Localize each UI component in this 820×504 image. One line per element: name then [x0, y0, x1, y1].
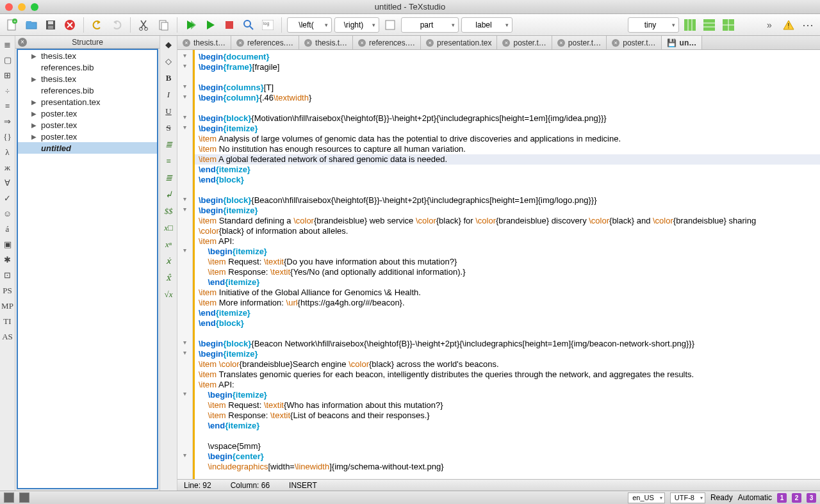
tree-item[interactable]: ▶references.bib: [18, 85, 157, 96]
close-tab-icon[interactable]: ×: [612, 39, 619, 47]
fold-marker[interactable]: [177, 134, 192, 144]
format-icon[interactable]: $$: [165, 206, 173, 216]
view-button[interactable]: [240, 17, 257, 33]
editor-tab[interactable]: ×presentation.tex: [421, 36, 497, 49]
language-combo[interactable]: en_US: [628, 492, 665, 503]
fold-marker[interactable]: [177, 318, 192, 329]
fold-marker[interactable]: ▾: [177, 349, 192, 359]
fold-marker[interactable]: [177, 144, 192, 154]
fold-marker[interactable]: [177, 226, 192, 236]
fold-marker[interactable]: ▾: [177, 62, 192, 72]
fold-marker[interactable]: [177, 288, 192, 298]
code-line[interactable]: \begin{block}{Beacon Network\hfill\raise…: [199, 339, 820, 349]
badge-2[interactable]: 2: [792, 493, 801, 503]
code-line[interactable]: \item Response: \textit{Yes/No (and opti…: [199, 267, 820, 277]
tree-item[interactable]: ▶poster.tex: [18, 119, 157, 131]
undo-button[interactable]: [89, 17, 106, 33]
close-panel-icon[interactable]: ×: [18, 38, 27, 47]
editor-tab-active[interactable]: 💾un…: [662, 36, 703, 49]
format-icon[interactable]: U: [165, 106, 171, 117]
code-line[interactable]: \begin{document}: [199, 52, 820, 62]
format-icon[interactable]: ẋ: [166, 256, 171, 266]
panel-icon[interactable]: ≣: [4, 40, 11, 50]
format-icon[interactable]: ≣: [165, 173, 172, 183]
tree-item[interactable]: ▶presentation.tex: [18, 96, 157, 108]
encoding-combo[interactable]: UTF-8: [670, 492, 705, 503]
fold-marker[interactable]: ▾: [177, 339, 192, 349]
code-line[interactable]: \includegraphics[width=\linewidth]{img/s…: [199, 462, 820, 472]
fold-marker[interactable]: [177, 154, 192, 165]
code-line[interactable]: \begin{itemize}: [199, 349, 820, 359]
editor-tab[interactable]: ×poster.t…: [552, 36, 607, 49]
fold-marker[interactable]: ▾: [177, 52, 192, 62]
editor-tab[interactable]: ×references.…: [353, 36, 421, 49]
fold-marker[interactable]: [177, 277, 192, 288]
build-button[interactable]: [183, 17, 199, 33]
code-line[interactable]: \item Request: \textit{Who has informati…: [199, 400, 820, 411]
fold-marker[interactable]: ▾: [177, 124, 192, 134]
code-line[interactable]: \begin{center}: [199, 451, 820, 462]
panel-icon[interactable]: AS: [2, 332, 13, 342]
close-tab-icon[interactable]: ×: [358, 39, 366, 47]
close-tab-icon[interactable]: ×: [236, 39, 244, 47]
panel-icon[interactable]: PS: [3, 286, 12, 296]
fold-marker[interactable]: [177, 298, 192, 308]
fold-marker[interactable]: [177, 257, 192, 267]
fold-marker[interactable]: [177, 175, 192, 185]
tree-item[interactable]: ▶poster.tex: [18, 108, 157, 119]
panel-icon[interactable]: ⊡: [4, 270, 11, 280]
save-button[interactable]: [42, 17, 59, 33]
code-line[interactable]: [199, 431, 820, 441]
editor-tab[interactable]: ×thesis.t…: [299, 36, 353, 49]
fold-marker[interactable]: [177, 72, 192, 83]
fold-marker[interactable]: [177, 103, 192, 113]
structure-tree[interactable]: ▶thesis.tex▶references.bib▶thesis.tex▶re…: [17, 49, 158, 489]
tree-item[interactable]: ▶untitled: [18, 142, 157, 154]
format-icon[interactable]: x̂: [166, 273, 170, 283]
redo-button[interactable]: [108, 17, 125, 33]
close-button[interactable]: [62, 17, 78, 33]
fold-marker[interactable]: ▾: [177, 93, 192, 103]
code-line[interactable]: \begin{itemize}: [199, 206, 820, 216]
code-line[interactable]: \begin{columns}[T]: [199, 83, 820, 93]
panel-icon[interactable]: ∀: [4, 178, 10, 188]
fold-marker[interactable]: ▾: [177, 451, 192, 462]
panel-icon[interactable]: ÷: [5, 86, 10, 96]
code-line[interactable]: \item Standard defining a \color{brandei…: [199, 216, 820, 226]
code-line[interactable]: \item Initiative of the Global Alliance …: [199, 288, 820, 298]
panel-icon[interactable]: ☺: [3, 209, 12, 219]
close-tab-icon[interactable]: ×: [304, 39, 312, 47]
code-line[interactable]: \end{itemize}: [199, 165, 820, 175]
panel-icon[interactable]: á: [6, 224, 10, 234]
panel-icon[interactable]: ж: [4, 163, 10, 173]
fold-marker[interactable]: [177, 329, 192, 339]
code-line[interactable]: \item Analysis of large volumes of genom…: [199, 134, 820, 144]
stop-button[interactable]: [221, 17, 238, 33]
code-line[interactable]: \end{itemize}: [199, 277, 820, 288]
code-line[interactable]: \item \color{brandeisblue}Search engine …: [199, 359, 820, 370]
code-line[interactable]: [199, 185, 820, 195]
format-icon[interactable]: √x: [165, 289, 173, 300]
panel-toggle-2[interactable]: [19, 492, 29, 503]
format-icon[interactable]: S: [166, 123, 170, 133]
left-delim-combo[interactable]: \left(: [287, 17, 332, 33]
code-editor[interactable]: \begin{document}\begin{frame}[fragile] \…: [193, 50, 820, 479]
format-icon[interactable]: ≡: [166, 156, 172, 167]
section-combo[interactable]: part: [401, 17, 459, 33]
fold-marker[interactable]: ▾: [177, 113, 192, 124]
panel-icon[interactable]: ▣: [4, 240, 12, 250]
copy-button[interactable]: [155, 17, 172, 33]
fold-marker[interactable]: [177, 267, 192, 277]
close-tab-icon[interactable]: ×: [426, 39, 434, 47]
fold-marker[interactable]: ▾: [177, 195, 192, 206]
open-file-button[interactable]: [23, 17, 40, 33]
fold-marker[interactable]: [177, 236, 192, 247]
panel-icon[interactable]: TI: [3, 316, 11, 327]
fold-marker[interactable]: ▾: [177, 83, 192, 93]
badge-1[interactable]: 1: [777, 493, 787, 503]
fold-marker[interactable]: ▾: [177, 390, 192, 400]
close-tab-icon[interactable]: ×: [502, 39, 510, 47]
fold-marker[interactable]: [177, 411, 192, 421]
code-line[interactable]: \vspace{5mm}: [199, 441, 820, 451]
code-line[interactable]: \end{itemize}: [199, 308, 820, 318]
